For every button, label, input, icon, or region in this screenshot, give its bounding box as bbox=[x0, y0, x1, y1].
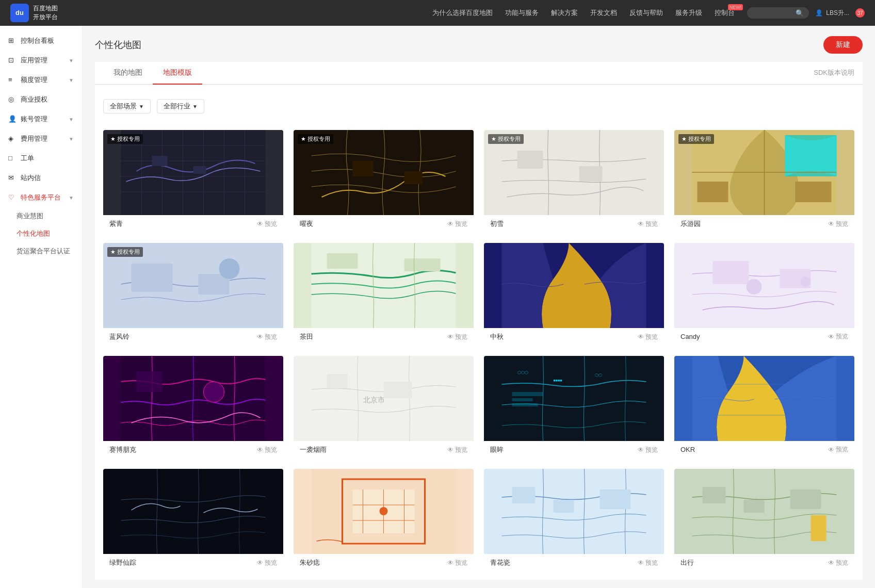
chevron-down-icon: ▼ bbox=[69, 117, 74, 122]
map-card-yanshen[interactable]: ⬡⬡⬡ ■■■■ ⬡⬡ 眼眸 👁 bbox=[484, 356, 664, 459]
svg-rect-51 bbox=[512, 403, 538, 406]
sidebar-item-expense-mgmt[interactable]: ◈ 费用管理 ▼ bbox=[0, 129, 82, 149]
preview-btn[interactable]: 👁 预览 bbox=[447, 333, 467, 341]
map-card-lanfengling[interactable]: ★ 授权专用 bbox=[103, 243, 283, 346]
map-card-saibopengke[interactable]: 赛博朋克 👁 预览 bbox=[103, 356, 283, 459]
new-button[interactable]: 新建 bbox=[823, 36, 863, 54]
preview-btn[interactable]: 👁 预览 bbox=[447, 446, 467, 454]
sidebar-item-quota-mgmt[interactable]: ≡ 额度管理 ▼ bbox=[0, 70, 82, 90]
preview-btn[interactable]: 👁 预览 bbox=[828, 559, 848, 567]
nav-solutions[interactable]: 解决方案 bbox=[551, 8, 578, 18]
preview-btn[interactable]: 👁 预览 bbox=[447, 559, 467, 567]
svg-rect-62 bbox=[554, 500, 574, 513]
nav-features[interactable]: 功能与服务 bbox=[505, 8, 539, 18]
map-name: 曜夜 bbox=[300, 219, 313, 228]
map-card-footer: 朱砂痣 👁 预览 bbox=[294, 554, 474, 571]
svg-rect-30 bbox=[327, 253, 358, 269]
sdk-link[interactable]: SDK版本说明 bbox=[814, 62, 854, 84]
map-card-chuxue[interactable]: ★ 授权专用 bbox=[484, 130, 664, 233]
eye-icon: 👁 bbox=[828, 446, 834, 453]
nav-why[interactable]: 为什么选择百度地图 bbox=[432, 8, 493, 18]
logo[interactable]: du 百度地图 开放平台 bbox=[10, 4, 72, 22]
tab-map-templates[interactable]: 地图模版 bbox=[153, 62, 202, 85]
eye-icon: 👁 bbox=[447, 220, 453, 227]
preview-btn[interactable]: 👁 预览 bbox=[257, 220, 277, 228]
auth-badge: ★ 授权专用 bbox=[678, 134, 714, 144]
map-card-okr[interactable]: OKR 👁 预览 bbox=[674, 356, 854, 459]
preview-btn[interactable]: 👁 预览 bbox=[828, 220, 848, 228]
map-card-qinghuaci[interactable]: 青花瓷 👁 预览 bbox=[484, 469, 664, 571]
map-card-yixiyanyu[interactable]: 北京市 一袭烟雨 👁 bbox=[294, 356, 474, 459]
nav-console[interactable]: 控制台 NEW! bbox=[715, 8, 735, 18]
filter-industry[interactable]: 全部行业 ▼ bbox=[157, 99, 204, 113]
map-card-zhongqiu[interactable]: 中秋 👁 预览 bbox=[484, 243, 664, 346]
sidebar-item-business-map[interactable]: 商业慧图 bbox=[0, 207, 82, 225]
sidebar-item-messages[interactable]: ✉ 站内信 bbox=[0, 168, 82, 188]
map-name: 中秋 bbox=[490, 332, 504, 341]
filter-scene[interactable]: 全部场景 ▼ bbox=[103, 99, 151, 113]
tool-icon: □ bbox=[8, 154, 17, 162]
preview-btn[interactable]: 👁 预览 bbox=[828, 332, 848, 341]
map-card-lvyexianzong[interactable]: 绿野仙踪 👁 预览 bbox=[103, 469, 283, 571]
preview-btn[interactable]: 👁 预览 bbox=[447, 220, 467, 228]
inner-content: ★ 授权专用 bbox=[95, 130, 863, 580]
map-card-zhushaochen[interactable]: 朱砂痣 👁 预览 bbox=[294, 469, 474, 571]
sidebar-item-custom-map[interactable]: 个性化地图 bbox=[0, 225, 82, 242]
svg-rect-34 bbox=[713, 261, 749, 284]
svg-rect-49 bbox=[512, 392, 543, 396]
svg-rect-21 bbox=[698, 182, 728, 202]
svg-rect-17 bbox=[517, 151, 543, 169]
user-icon: 👤 bbox=[815, 9, 823, 17]
page-title: 个性化地图 bbox=[95, 39, 141, 51]
map-card-footer: 一袭烟雨 👁 预览 bbox=[294, 441, 474, 459]
map-card-chuxing[interactable]: 出行 👁 预览 bbox=[674, 469, 854, 571]
sidebar-item-commercial[interactable]: ◎ 商业授权 bbox=[0, 90, 82, 109]
map-card-ziqing[interactable]: ★ 授权专用 bbox=[103, 130, 283, 233]
preview-btn[interactable]: 👁 预览 bbox=[828, 445, 848, 454]
map-card-cuiye[interactable]: ★ 授权专用 bbox=[294, 130, 474, 233]
map-card-footer: 蓝风铃 👁 预览 bbox=[103, 328, 283, 346]
eye-icon: 👁 bbox=[447, 333, 453, 340]
eye-icon: 👁 bbox=[828, 333, 834, 340]
preview-btn[interactable]: 👁 预览 bbox=[257, 559, 277, 567]
preview-btn[interactable]: 👁 预览 bbox=[638, 220, 658, 228]
preview-btn[interactable]: 👁 预览 bbox=[638, 333, 658, 341]
sidebar-item-logistics[interactable]: 货运聚合平台认证 bbox=[0, 242, 82, 260]
map-name: 初雪 bbox=[490, 219, 504, 228]
map-card-chatian[interactable]: 茶田 👁 预览 bbox=[294, 243, 474, 346]
svg-rect-33 bbox=[692, 243, 837, 328]
svg-rect-67 bbox=[790, 489, 821, 509]
nav-docs[interactable]: 开发文档 bbox=[590, 8, 617, 18]
map-card-candy[interactable]: Candy 👁 预览 bbox=[674, 243, 854, 346]
sidebar-item-app-mgmt[interactable]: ⊡ 应用管理 ▼ bbox=[0, 51, 82, 70]
notification-badge[interactable]: 37 bbox=[855, 8, 865, 18]
tab-my-maps[interactable]: 我的地图 bbox=[103, 62, 153, 85]
preview-btn[interactable]: 👁 预览 bbox=[257, 446, 277, 454]
map-thumb-leyouyuan: ★ 授权专用 bbox=[674, 130, 854, 215]
search-icon: 🔍 bbox=[796, 9, 804, 17]
nav-service-upgrade[interactable]: 服务升级 bbox=[675, 8, 702, 18]
star-icon: ★ bbox=[682, 136, 687, 142]
sidebar-item-special-service[interactable]: ♡ 特色服务平台 ▼ bbox=[0, 188, 82, 207]
sidebar-item-tools[interactable]: □ 工单 bbox=[0, 149, 82, 168]
content-area: 我的地图 地图模版 SDK版本说明 全部场景 ▼ 全部行业 ▼ bbox=[95, 62, 863, 580]
sidebar-item-account-mgmt[interactable]: 👤 账号管理 ▼ bbox=[0, 109, 82, 129]
map-card-footer: 眼眸 👁 预览 bbox=[484, 441, 664, 459]
map-card-footer: 茶田 👁 预览 bbox=[294, 328, 474, 346]
auth-badge: ★ 授权专用 bbox=[488, 134, 524, 144]
apps-icon: ⊡ bbox=[8, 56, 17, 64]
chevron-down-icon: ▼ bbox=[69, 77, 74, 83]
preview-btn[interactable]: 👁 预览 bbox=[257, 333, 277, 341]
preview-btn[interactable]: 👁 预览 bbox=[638, 559, 658, 567]
sidebar-item-dashboard[interactable]: ⊞ 控制台看板 bbox=[0, 31, 82, 51]
map-card-leyouyuan[interactable]: ★ 授权专用 bbox=[674, 130, 854, 233]
wallet-icon: ◈ bbox=[8, 135, 17, 143]
heart-icon: ♡ bbox=[8, 193, 17, 202]
layers-icon: ≡ bbox=[8, 76, 17, 84]
svg-rect-65 bbox=[703, 487, 726, 503]
nav-feedback[interactable]: 反馈与帮助 bbox=[629, 8, 663, 18]
preview-btn[interactable]: 👁 预览 bbox=[638, 446, 658, 454]
svg-rect-68 bbox=[811, 515, 827, 541]
user-area[interactable]: 👤 LBS升... bbox=[815, 9, 849, 18]
map-grid: ★ 授权专用 bbox=[103, 130, 854, 571]
